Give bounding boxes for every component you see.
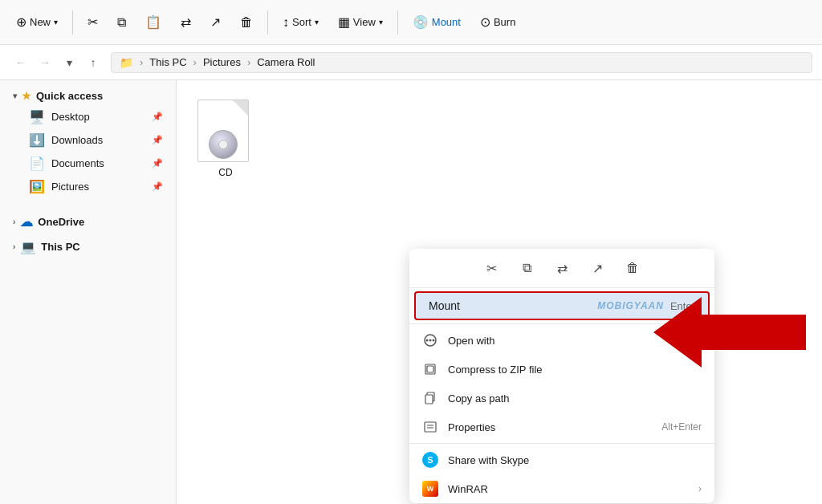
path-sep-1: › xyxy=(193,56,197,68)
sort-label: Sort xyxy=(292,16,311,28)
sidebar-item-pictures[interactable]: 🖼️ Pictures 📌 xyxy=(3,175,173,198)
ctx-share-skype[interactable]: S Share with Skype xyxy=(409,445,714,474)
paste-icon: 📋 xyxy=(145,14,161,30)
pin-icon-pictures: 📌 xyxy=(152,181,163,192)
ctx-properties[interactable]: Properties Alt+Enter xyxy=(409,413,714,441)
paste-button[interactable]: 📋 xyxy=(137,10,169,34)
pin-icon-desktop: 📌 xyxy=(152,112,163,122)
svg-point-3 xyxy=(433,339,435,342)
desktop-icon: 🖥️ xyxy=(29,109,45,124)
thispc-header[interactable]: › 💻 This PC xyxy=(3,236,173,258)
ctx-copy-button[interactable]: ⧉ xyxy=(514,255,539,281)
ctx-winrar[interactable]: W WinRAR › xyxy=(409,474,714,503)
downloads-icon: ⬇️ xyxy=(29,132,45,148)
sidebar-item-desktop[interactable]: 🖥️ Desktop 📌 xyxy=(3,105,173,128)
ctx-winrar-arrow: › xyxy=(698,483,702,494)
view-label: View xyxy=(353,16,376,28)
path-separator-0: › xyxy=(140,56,143,68)
onedrive-label: OneDrive xyxy=(38,216,84,228)
ctx-winrar-label: WinRAR xyxy=(448,483,488,495)
file-item-cd[interactable]: CD xyxy=(189,93,262,185)
svg-rect-5 xyxy=(427,366,433,372)
burn-icon: ⊙ xyxy=(480,14,490,30)
arrow-annotation xyxy=(653,297,806,368)
address-path[interactable]: 📁 › This PC › Pictures › Camera Roll xyxy=(111,52,812,73)
pin-icon-downloads: 📌 xyxy=(152,135,163,145)
quick-access-section: ▾ ★ Quick access 🖥️ Desktop 📌 ⬇️ Downloa… xyxy=(0,87,176,198)
rename-icon: ⇄ xyxy=(181,14,191,30)
new-chevron-icon: ▾ xyxy=(54,18,58,26)
ctx-cut-button[interactable]: ✂ xyxy=(478,255,504,281)
thispc-section: › 💻 This PC xyxy=(0,236,176,258)
content-area: CD ✂ ⧉ ⇄ ↗ 🗑 Mount MOBIGYAAN Enter xyxy=(177,80,822,504)
pictures-icon: 🖼️ xyxy=(29,179,45,194)
new-icon: ⊕ xyxy=(16,14,26,30)
path-part-1: Pictures xyxy=(203,56,241,68)
sort-chevron-icon: ▾ xyxy=(315,18,319,26)
copy-icon: ⧉ xyxy=(117,15,126,30)
sort-button[interactable]: ↕ Sort ▾ xyxy=(275,11,327,34)
thispc-chevron: › xyxy=(13,242,15,251)
mount-button[interactable]: 💿 Mount xyxy=(405,10,469,34)
desktop-label: Desktop xyxy=(51,111,90,123)
sidebar: ▾ ★ Quick access 🖥️ Desktop 📌 ⬇️ Downloa… xyxy=(0,80,177,504)
cut-icon: ✂ xyxy=(87,14,98,30)
context-menu: ✂ ⧉ ⇄ ↗ 🗑 Mount MOBIGYAAN Enter xyxy=(409,249,714,503)
onedrive-chevron: › xyxy=(13,217,15,226)
back-button[interactable]: ← xyxy=(10,51,32,74)
sidebar-item-documents[interactable]: 📄 Documents 📌 xyxy=(3,152,173,175)
forward-button[interactable]: → xyxy=(34,51,56,74)
ctx-compress-label: Compress to ZIP file xyxy=(448,364,543,376)
ctx-open-with-label: Open with xyxy=(448,335,495,347)
main-area: ▾ ★ Quick access 🖥️ Desktop 📌 ⬇️ Downloa… xyxy=(0,80,822,504)
documents-label: Documents xyxy=(51,157,104,169)
sidebar-item-downloads[interactable]: ⬇️ Downloads 📌 xyxy=(3,128,173,152)
pin-icon-documents: 📌 xyxy=(152,158,163,169)
svg-point-2 xyxy=(429,339,432,342)
burn-label: Burn xyxy=(494,16,515,28)
ctx-properties-shortcut: Alt+Enter xyxy=(661,421,702,433)
ctx-paste-button[interactable]: ⇄ xyxy=(549,255,575,281)
up-button[interactable]: ↑ xyxy=(82,51,104,74)
file-icon-disc xyxy=(209,130,238,159)
ctx-share-button[interactable]: ↗ xyxy=(584,255,610,281)
arrow-body xyxy=(702,315,806,350)
view-icon: ▦ xyxy=(338,14,350,30)
ctx-delete-button[interactable]: 🗑 xyxy=(620,255,645,281)
quick-access-header[interactable]: ▾ ★ Quick access xyxy=(3,87,173,105)
separator-1 xyxy=(72,10,73,35)
new-button[interactable]: ⊕ New ▾ xyxy=(8,10,66,34)
compress-icon xyxy=(422,361,438,377)
ctx-properties-label: Properties xyxy=(448,421,495,433)
ctx-copy-path[interactable]: Copy as path xyxy=(409,384,714,413)
path-sep-2: › xyxy=(247,56,250,68)
onedrive-header[interactable]: › ☁ OneDrive xyxy=(3,211,173,233)
thispc-icon: 💻 xyxy=(20,239,36,254)
path-part-0: This PC xyxy=(149,56,186,68)
quick-access-chevron: ▾ xyxy=(13,91,17,100)
cut-button[interactable]: ✂ xyxy=(79,10,106,34)
share-icon: ↗ xyxy=(210,14,221,30)
view-button[interactable]: ▦ View ▾ xyxy=(330,10,391,34)
properties-icon xyxy=(422,419,438,435)
delete-button[interactable]: 🗑 xyxy=(232,11,261,34)
copy-path-icon xyxy=(422,390,438,406)
svg-rect-8 xyxy=(425,422,436,432)
nav-buttons: ← → ▾ ↑ xyxy=(10,51,104,74)
star-icon: ★ xyxy=(22,90,31,102)
sort-icon: ↕ xyxy=(283,15,289,30)
file-icon-wrap xyxy=(197,100,254,164)
ctx-share-skype-label: Share with Skype xyxy=(448,454,529,466)
open-with-icon xyxy=(422,332,438,348)
copy-button[interactable]: ⧉ xyxy=(109,11,134,34)
share-button[interactable]: ↗ xyxy=(202,10,229,34)
thispc-label: This PC xyxy=(41,241,79,253)
ctx-copy-path-label: Copy as path xyxy=(448,392,510,404)
downloads-label: Downloads xyxy=(51,134,103,146)
burn-button[interactable]: ⊙ Burn xyxy=(472,10,523,34)
rename-button[interactable]: ⇄ xyxy=(173,10,199,34)
ctx-mini-toolbar: ✂ ⧉ ⇄ ↗ 🗑 xyxy=(409,249,714,288)
recent-button[interactable]: ▾ xyxy=(58,51,80,74)
quick-access-label: Quick access xyxy=(36,90,103,102)
file-label: CD xyxy=(218,167,232,178)
